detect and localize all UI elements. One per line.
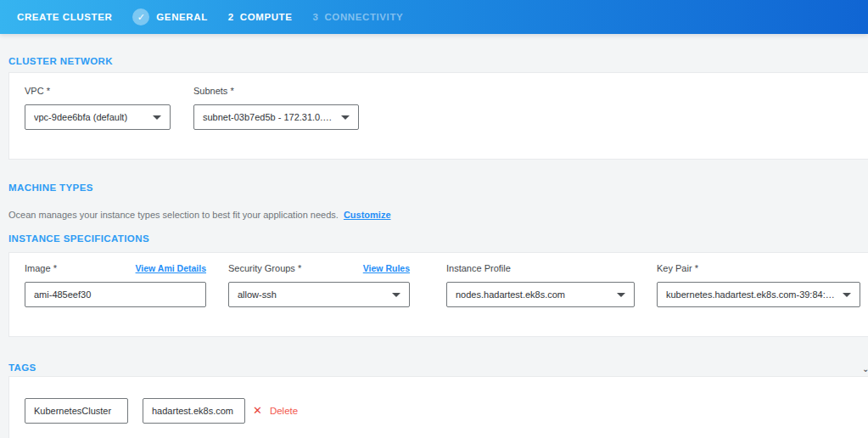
tag-key-input[interactable] [25,398,128,424]
delete-x-icon: ✕ [253,405,262,416]
caret-down-icon [153,115,161,120]
instance-profile-field: Instance Profile nodes.hadartest.ek8s.co… [446,263,635,307]
subnets-field: Subnets * subnet-03b7ed5b - 172.31.0.0/2… [193,86,359,130]
key-pair-select[interactable]: kubernetes.hadartest.ek8s.com-39:84:a5:9… [657,282,860,307]
check-icon: ✓ [132,8,149,25]
wizard-topbar: CREATE CLUSTER ✓ GENERAL 2 COMPUTE 3 CON… [0,0,868,34]
image-input[interactable] [25,282,206,307]
subnets-select[interactable]: subnet-03b7ed5b - 172.31.0.0/20 ... [193,104,359,130]
caret-down-icon [392,293,400,297]
subnets-label: Subnets * [193,86,234,96]
image-field: Image * View Ami Details [25,263,206,307]
security-groups-field: Security Groups * View Rules allow-ssh [228,263,410,307]
caret-down-icon [341,115,350,120]
vpc-label: VPC * [25,86,50,96]
step-connectivity-label: CONNECTIVITY [324,12,403,22]
create-cluster-wizard: CREATE CLUSTER ✓ GENERAL 2 COMPUTE 3 CON… [0,0,868,438]
step-connectivity[interactable]: 3 CONNECTIVITY [312,12,403,22]
security-groups-label: Security Groups * [228,263,301,273]
tag-value-input[interactable] [143,398,245,424]
delete-tag-button[interactable]: ✕ Delete [253,405,298,416]
tags-heading: TAGS [8,362,36,373]
step-connectivity-number: 3 [312,12,318,22]
tag-key-field [25,398,128,424]
tag-value-field [143,398,245,424]
step-general[interactable]: ✓ GENERAL [132,8,207,25]
vpc-select[interactable]: vpc-9dee6bfa (default) [25,104,171,130]
collapse-chevron-icon[interactable]: ⌄ [862,365,868,373]
machine-types-heading: MACHINE TYPES [8,182,93,193]
step-compute-label: COMPUTE [240,12,293,22]
instance-specifications-heading: INSTANCE SPECIFICATIONS [8,233,149,244]
step-compute[interactable]: 2 COMPUTE [228,12,293,22]
vpc-field: VPC * vpc-9dee6bfa (default) [25,86,171,130]
image-label: Image * [25,263,57,273]
wizard-title: CREATE CLUSTER [17,12,112,22]
tags-card: ✕ Delete [8,376,868,438]
key-pair-label: Key Pair * [657,263,698,273]
instance-profile-label: Instance Profile [446,263,511,273]
security-groups-select[interactable]: allow-ssh [228,282,410,307]
wizard-steps: ✓ GENERAL 2 COMPUTE 3 CONNECTIVITY [132,8,423,25]
step-general-label: GENERAL [156,12,207,22]
instance-specifications-card: Image * View Ami Details Security Groups… [8,252,868,337]
delete-tag-label: Delete [270,406,298,416]
cluster-network-heading: CLUSTER NETWORK [8,56,113,66]
caret-down-icon [843,293,851,297]
view-ami-details-link[interactable]: View Ami Details [136,263,206,273]
key-pair-field: Key Pair * kubernetes.hadartest.ek8s.com… [657,263,860,307]
step-compute-number: 2 [228,12,234,22]
machine-types-description: Ocean manages your instance types select… [8,210,391,220]
customize-link[interactable]: Customize [344,210,391,220]
caret-down-icon [617,293,625,297]
cluster-network-card: VPC * vpc-9dee6bfa (default) Subnets * s… [8,72,868,160]
view-rules-link[interactable]: View Rules [363,263,410,273]
instance-profile-select[interactable]: nodes.hadartest.ek8s.com [446,282,635,307]
